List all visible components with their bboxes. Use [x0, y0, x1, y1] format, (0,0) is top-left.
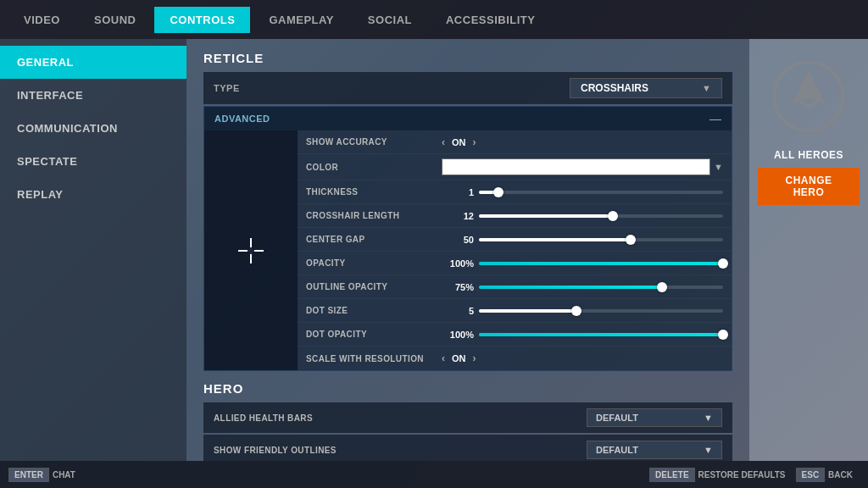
scale-toggle-right-icon[interactable]: › — [473, 352, 476, 364]
toggle-left-arrow[interactable]: ‹ — [442, 136, 445, 148]
crosshair-length-slider[interactable]: 12 — [442, 211, 723, 221]
friendly-outlines-value: DEFAULT — [596, 445, 638, 455]
scale-toggle-value: ON — [452, 353, 466, 363]
right-panel: ALL HEROES CHANGE HERO — [749, 39, 868, 461]
overwatch-logo-icon — [771, 58, 847, 135]
restore-defaults-label[interactable]: RESTORE DEFAULTS — [698, 470, 786, 480]
toggle-right-arrow[interactable]: › — [473, 136, 476, 148]
change-hero-button[interactable]: CHANGE HERO — [758, 168, 860, 205]
thickness-label: THICKNESS — [306, 187, 442, 197]
center-gap-value: 50 — [442, 235, 474, 245]
toggle-scale-resolution[interactable]: ‹ ON › — [442, 352, 476, 364]
tab-video[interactable]: VIDEO — [8, 7, 75, 33]
sidebar-item-replay[interactable]: REPLAY — [0, 178, 186, 211]
crosshair-length-track[interactable] — [479, 214, 723, 218]
center-gap-fill — [479, 238, 631, 241]
dot-size-fill — [479, 309, 576, 313]
dot-opacity-control: 100% — [442, 330, 723, 340]
opacity-thumb[interactable] — [718, 258, 728, 269]
chat-action-label: CHAT — [53, 470, 75, 480]
friendly-outlines-label: SHOW FRIENDLY OUTLINES — [214, 446, 587, 455]
setting-center-gap: CENTER GAP 50 — [298, 228, 732, 252]
setting-show-accuracy: SHOW ACCURACY ‹ ON › — [298, 130, 732, 154]
advanced-collapse-button[interactable]: — — [709, 112, 721, 125]
scale-toggle-left-icon[interactable]: ‹ — [442, 352, 445, 364]
opacity-control: 100% — [442, 258, 723, 269]
scale-resolution-control: ‹ ON › — [442, 352, 723, 364]
center-gap-label: CENTER GAP — [306, 235, 442, 244]
outline-opacity-thumb[interactable] — [657, 282, 667, 292]
dot-size-control: 5 — [442, 306, 723, 316]
sidebar-item-interface[interactable]: INTERFACE — [0, 79, 186, 112]
sidebar-item-spectate[interactable]: SPECTATE — [0, 145, 186, 178]
setting-outline-opacity: OUTLINE OPACITY 75% — [298, 275, 732, 299]
color-swatch[interactable] — [442, 158, 710, 175]
dot-size-value: 5 — [442, 306, 474, 316]
thickness-track[interactable] — [479, 191, 723, 194]
allied-health-bars-arrow-icon: ▼ — [704, 413, 713, 423]
tab-sound[interactable]: SOUND — [79, 7, 151, 33]
dot-size-thumb[interactable] — [571, 306, 581, 316]
allied-health-bars-dropdown[interactable]: DEFAULT ▼ — [587, 408, 722, 427]
thickness-value: 1 — [442, 187, 474, 197]
center-gap-slider[interactable]: 50 — [442, 235, 723, 245]
center-gap-control: 50 — [442, 235, 723, 245]
tab-social[interactable]: SOCIAL — [353, 7, 427, 33]
delete-key-badge: DELETE — [649, 468, 694, 482]
thickness-thumb[interactable] — [493, 187, 504, 197]
dot-size-slider[interactable]: 5 — [442, 306, 723, 316]
setting-scale-resolution: SCALE WITH RESOLUTION ‹ ON › — [298, 347, 732, 370]
crosshair-preview — [238, 238, 264, 263]
toggle-show-accuracy[interactable]: ‹ ON › — [442, 136, 476, 148]
crosshair-length-thumb[interactable] — [608, 211, 618, 221]
scale-resolution-label: SCALE WITH RESOLUTION — [306, 354, 442, 363]
dot-opacity-value: 100% — [442, 330, 474, 340]
outline-opacity-label: OUTLINE OPACITY — [306, 282, 442, 291]
dot-opacity-thumb[interactable] — [718, 330, 728, 340]
friendly-outlines-arrow-icon: ▼ — [704, 445, 713, 455]
outline-opacity-fill — [479, 286, 662, 289]
advanced-panel: ADVANCED — SHOW ACCURACY — [203, 106, 732, 371]
opacity-slider[interactable]: 100% — [442, 258, 723, 269]
outline-opacity-track[interactable] — [479, 286, 723, 289]
dot-opacity-label: DOT OPACITY — [306, 330, 442, 339]
crosshair-length-label: CROSSHAIR LENGTH — [306, 211, 442, 220]
thickness-slider[interactable]: 1 — [442, 187, 723, 197]
settings-content: RETICLE TYPE CROSSHAIRS ▼ ADVANCED — — [186, 39, 749, 461]
dot-opacity-track[interactable] — [479, 333, 723, 336]
color-label: COLOR — [306, 163, 442, 172]
dropdown-arrow-icon: ▼ — [702, 83, 711, 93]
tab-accessibility[interactable]: ACCESSIBILITY — [431, 7, 550, 33]
top-navigation: VIDEO SOUND CONTROLS GAMEPLAY SOCIAL ACC… — [0, 0, 868, 39]
esc-key-badge: ESC — [796, 468, 826, 482]
thickness-control: 1 — [442, 187, 723, 197]
reticle-type-dropdown[interactable]: CROSSHAIRS ▼ — [570, 78, 722, 98]
enter-key-badge: ENTER — [8, 468, 49, 482]
color-control[interactable]: ▼ — [442, 158, 723, 175]
color-dropdown-arrow-icon[interactable]: ▼ — [714, 162, 723, 172]
outline-opacity-value: 75% — [442, 282, 474, 292]
opacity-track[interactable] — [479, 262, 723, 265]
sidebar-item-general[interactable]: GENERAL — [0, 46, 186, 79]
sidebar-item-communication[interactable]: COMMUNICATION — [0, 112, 186, 145]
setting-crosshair-length: CROSSHAIR LENGTH 12 — [298, 204, 732, 228]
friendly-outlines-row: SHOW FRIENDLY OUTLINES DEFAULT ▼ — [203, 435, 732, 461]
friendly-outlines-dropdown[interactable]: DEFAULT ▼ — [587, 441, 722, 459]
show-accuracy-label: SHOW ACCURACY — [306, 137, 442, 147]
advanced-header: ADVANCED — — [204, 107, 732, 130]
tab-controls[interactable]: CONTROLS — [154, 7, 250, 33]
setting-dot-opacity: DOT OPACITY 100% — [298, 323, 732, 347]
back-label[interactable]: BACK — [828, 470, 853, 480]
center-gap-track[interactable] — [479, 238, 723, 241]
dot-size-label: DOT SIZE — [306, 306, 442, 315]
center-gap-thumb[interactable] — [626, 235, 636, 245]
dot-size-track[interactable] — [479, 309, 723, 313]
dot-opacity-slider[interactable]: 100% — [442, 330, 723, 340]
advanced-label: ADVANCED — [214, 114, 270, 124]
sidebar: GENERAL INTERFACE COMMUNICATION SPECTATE… — [0, 39, 186, 461]
show-accuracy-control: ‹ ON › — [442, 136, 723, 148]
allied-health-bars-label: ALLIED HEALTH BARS — [214, 413, 587, 423]
main-layout: GENERAL INTERFACE COMMUNICATION SPECTATE… — [0, 39, 868, 461]
outline-opacity-slider[interactable]: 75% — [442, 282, 723, 292]
tab-gameplay[interactable]: GAMEPLAY — [253, 7, 348, 33]
